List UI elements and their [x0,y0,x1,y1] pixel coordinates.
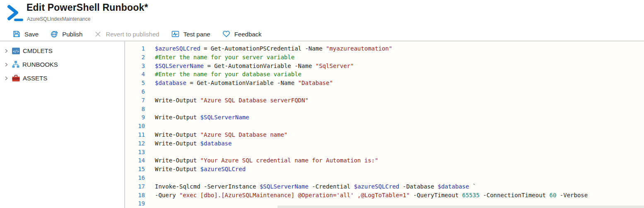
sidebar-item-label: ASSETS [23,75,47,82]
code-line: 6 [125,87,644,96]
save-icon [12,30,21,38]
line-number: 9 [125,113,145,122]
code-line: 11Write-Output "Azure SQL Database name" [125,131,644,139]
code-line: 7Write-Output "Azure SQL Database server… [125,96,644,105]
horizontal-scrollbar[interactable] [277,206,644,208]
code-text: Write-Output $database [155,139,232,148]
code-line: 12Write-Output $database [125,139,644,148]
sidebar-item-label: RUNBOOKS [22,61,58,68]
code-text: -Query "exec [dbo].[AzureSQLMaintenance]… [155,191,588,200]
toolbar-button-label: Save [24,31,39,38]
code-text: #Enter the name for your database variab… [155,70,301,79]
code-text: Write-Output "Azure SQL Database serverF… [155,96,309,105]
code-text: $azureSQLCred = Get-AutomationPSCredenti… [155,44,392,53]
code-line: 5$database = Get-AutomationVariable -Nam… [125,79,644,87]
revert-x-icon [94,30,102,38]
line-number: 3 [125,62,145,70]
chevron-right-icon [3,48,9,54]
line-number: 10 [125,122,145,131]
line-number: 16 [125,174,145,182]
page-title: Edit PowerShell Runbook* [27,2,148,13]
toolbar-button-feedback[interactable]: Feedback [222,30,262,38]
runbooks-tree-icon [12,61,19,68]
line-number: 19 [125,199,145,208]
code-line: 10 [125,122,644,131]
code-line: 9Write-Output $SQLServerName [125,113,644,122]
toolbar-button-save[interactable]: Save [12,30,39,38]
line-number: 15 [125,165,145,174]
code-line: 15Write-Output $azureSQLCred [125,165,644,174]
toolbar-button-label: Publish [62,31,82,38]
code-text: Write-Output "Azure SQL Database name" [155,131,287,139]
toolbar-button-label: Revert to published [106,31,159,38]
code-text: Invoke-Sqlcmd -ServerInstance $SQLServer… [155,182,476,191]
code-text: $SQLServerName = Get-AutomationVariable … [155,62,354,70]
toolbar-button-label: Test pane [183,31,210,38]
code-line: 8 [125,105,644,114]
code-line: 13 [125,148,644,157]
sidebar-item-cmdlets[interactable]: </>CMDLETS [0,44,124,58]
toolbar-button-label: Feedback [234,31,262,38]
assets-toolbox-icon [12,75,20,82]
toolbar-button-revert-to-published: Revert to published [94,30,159,38]
code-text: Write-Output $SQLServerName [155,113,249,122]
code-line: 3$SQLServerName = Get-AutomationVariable… [125,62,644,70]
sidebar-item-label: CMDLETS [23,47,53,54]
edit-runbook-page: Edit PowerShell Runbook* AzureSQLIndexMa… [0,0,644,208]
code-line: 4#Enter the name for your database varia… [125,70,644,79]
chevron-right-icon [3,62,9,68]
line-number: 2 [125,53,145,62]
code-text: Write-Output $azureSQLCred [155,165,246,174]
line-number: 14 [125,156,145,165]
code-line: 1$azureSQLCred = Get-AutomationPSCredent… [125,44,644,53]
sidebar-item-runbooks[interactable]: RUNBOOKS [0,58,124,71]
chevron-right-icon [3,75,9,81]
code-line: 17Invoke-Sqlcmd -ServerInstance $SQLServ… [125,182,644,191]
svg-text:</>: </> [13,49,19,53]
toolbar-button-test-pane[interactable]: Test pane [171,30,210,38]
feedback-heart-icon [222,30,231,38]
runbook-name: AzureSQLIndexMaintenance [27,16,90,22]
powershell-icon [5,4,24,23]
line-number: 11 [125,131,145,139]
line-number: 18 [125,191,145,200]
code-text: #Enter the name for your server variable [155,53,294,62]
code-line: 18-Query "exec [dbo].[AzureSQLMaintenanc… [125,191,644,200]
code-line: 2#Enter the name for your server variabl… [125,53,644,62]
line-number: 13 [125,148,145,157]
line-number: 7 [125,96,145,105]
command-toolbar: SavePublishRevert to publishedTest paneF… [12,27,262,41]
toolbar-button-publish[interactable]: Publish [50,30,82,38]
line-number: 8 [125,105,145,114]
code-text: Write-Output "Your Azure SQL credential … [155,156,378,165]
code-text: $database = Get-AutomationVariable -Name… [155,79,333,87]
code-line: 14Write-Output "Your Azure SQL credentia… [125,156,644,165]
line-number: 17 [125,182,145,191]
line-number: 1 [125,44,145,53]
code-editor[interactable]: 1$azureSQLCred = Get-AutomationPSCredent… [125,41,644,208]
library-sidebar: </>CMDLETSRUNBOOKSASSETS [0,41,124,208]
sidebar-item-assets[interactable]: ASSETS [0,71,124,85]
publish-globe-icon [50,30,58,38]
line-number: 6 [125,87,145,96]
test-pane-icon [171,30,180,38]
line-number: 12 [125,139,145,148]
line-number: 5 [125,79,145,87]
code-lines: 1$azureSQLCred = Get-AutomationPSCredent… [125,44,644,208]
line-number: 4 [125,70,145,79]
code-line: 16 [125,174,644,182]
cmdlets-code-icon: </> [12,48,20,54]
